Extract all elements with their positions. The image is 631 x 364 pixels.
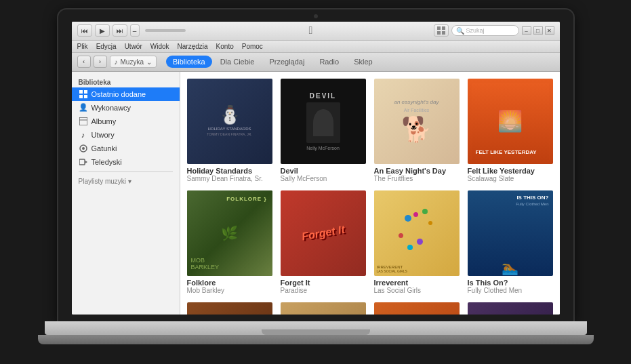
transport-prev[interactable]: ⏮ (77, 24, 92, 37)
album-item-devil[interactable]: DEVIL Nelly McFerson Devil (281, 79, 366, 182)
sidebar-item-artists[interactable]: 👤 Wykonawcy (72, 101, 180, 115)
search-placeholder: Szukaj (466, 27, 485, 34)
menu-utwor[interactable]: Utwór (125, 43, 142, 50)
main-content: Biblioteka Ostatnio dodane 👤 Wykonawcy (72, 72, 560, 315)
transport-play[interactable]: ▶ (95, 24, 110, 37)
svg-rect-3 (442, 31, 445, 35)
album-grid-container[interactable]: ⛄ HOLIDAY STANDARDSTOMMY DEAN FINATRA, J… (180, 72, 560, 315)
sidebar-item-albums[interactable]: Albumy (72, 115, 180, 128)
sidebar-item-tracks[interactable]: ♪ Utwory (72, 128, 180, 142)
album-cover-devil: DEVIL Nelly McFerson (281, 79, 366, 164)
laptop-foot (38, 335, 594, 344)
album-title-holiday: Holiday Standards (187, 167, 272, 175)
album-item-easy-night[interactable]: an easynight's day Air Facilities 🐕 An E… (374, 79, 460, 182)
tab-radio[interactable]: Radio (312, 56, 346, 68)
album-cover-isthison: IS THIS ON?Fully Clothed Men 🏊 (468, 190, 553, 276)
album-cover-forget: Forget It (281, 190, 366, 276)
window-controls: – □ ✕ (522, 26, 554, 35)
album-title-irreverent: Irreverent (374, 279, 460, 287)
album-item-holiday[interactable]: ⛄ HOLIDAY STANDARDSTOMMY DEAN FINATRA, J… (187, 79, 272, 182)
svg-rect-1 (442, 26, 445, 30)
tab-sklep[interactable]: Sklep (347, 56, 380, 68)
album-title-easy: An Easy Night's Day (374, 167, 460, 175)
tab-przegladaj[interactable]: Przeglądaj (262, 56, 311, 68)
tab-biblioteka[interactable]: Biblioteka (166, 56, 212, 68)
location-music-icon: ♪ (115, 58, 118, 66)
recently-added-icon (79, 89, 88, 99)
album-item-forget[interactable]: Forget It Forget It Paradise (281, 190, 366, 294)
search-icon: 🔍 (456, 27, 464, 35)
nav-back-btn[interactable]: ‹ (77, 56, 91, 68)
svg-point-11 (82, 147, 85, 150)
location-bar: ♪ Muzyka ⌄ (110, 56, 157, 68)
volume-btn[interactable]: – (130, 24, 140, 37)
tracks-label: Utwory (91, 131, 115, 139)
minimize-btn[interactable]: – (522, 26, 531, 35)
album-artist-forget: Paradise (281, 287, 366, 294)
search-box[interactable]: 🔍 Szukaj (451, 25, 519, 36)
album-title-forget: Forget It (281, 279, 366, 287)
apple-logo:  (191, 24, 431, 37)
grid-view-btn[interactable] (434, 24, 449, 37)
album-item-isthison[interactable]: IS THIS ON?Fully Clothed Men 🏊 Is This O… (468, 190, 553, 294)
videos-icon (79, 157, 88, 167)
album-item-folklore[interactable]: FOLKLORE } MOBBARKLEY 🌿 Folklore Mob Bar… (187, 190, 272, 294)
album-artist-folklore: Mob Barkley (187, 287, 272, 294)
album-item-felt[interactable]: FELT LIKE YESTERDAY 🌅 Felt Like Y (468, 79, 553, 182)
genres-icon (79, 144, 88, 153)
toolbar: ‹ › ♪ Muzyka ⌄ Biblioteka Dla Ciebie Prz… (72, 53, 560, 72)
sidebar-section-label: Biblioteka (72, 76, 180, 87)
videos-label: Teledyski (91, 158, 122, 166)
svg-rect-12 (79, 159, 85, 165)
close-btn[interactable]: ✕ (545, 26, 554, 35)
sidebar-item-videos[interactable]: Teledyski (72, 155, 180, 169)
album-artist-holiday: Sammy Dean Finatra, Sr. (187, 175, 272, 182)
menu-bar: Plik Edycja Utwór Widok Narzędzia Konto … (72, 41, 560, 53)
laptop-base (45, 321, 587, 335)
nav-forward-btn[interactable]: › (94, 56, 107, 68)
screen-bezel: ⏮ ▶ ⏭ –  🔍 (58, 9, 573, 321)
artists-icon: 👤 (79, 103, 88, 113)
albums-icon (79, 117, 88, 126)
album-cover-r3b: 🎵 (281, 302, 366, 315)
sidebar-divider (79, 171, 173, 172)
title-bar: ⏮ ▶ ⏭ –  🔍 (72, 22, 560, 41)
album-artist-irreverent: Las Social Girls (374, 287, 460, 294)
menu-plik[interactable]: Plik (77, 43, 88, 50)
svg-rect-5 (84, 90, 87, 94)
album-item-r3a[interactable]: 🎸 (187, 302, 272, 315)
menu-pomoc[interactable]: Pomoc (242, 43, 263, 50)
album-cover-holiday: ⛄ HOLIDAY STANDARDSTOMMY DEAN FINATRA, J… (187, 79, 272, 164)
sidebar-item-genres[interactable]: Gatunki (72, 142, 180, 155)
album-artist-felt: Scalawag Slate (468, 175, 553, 182)
recently-added-label: Ostatnio dodane (91, 90, 146, 98)
album-item-r3b[interactable]: 🎵 (281, 302, 366, 315)
album-grid: ⛄ HOLIDAY STANDARDSTOMMY DEAN FINATRA, J… (187, 79, 553, 315)
tab-dla-ciebie[interactable]: Dla Ciebie (213, 56, 262, 68)
location-dropdown-icon[interactable]: ⌄ (146, 58, 152, 66)
album-title-folklore: Folklore (187, 279, 272, 287)
album-cover-r3c: SUNSET BLUES 🌇 (374, 302, 460, 315)
albums-label: Albumy (91, 117, 117, 125)
svg-rect-0 (437, 26, 441, 30)
menu-edycja[interactable]: Edycja (96, 43, 117, 50)
artists-label: Wykonawcy (91, 104, 131, 112)
volume-slider[interactable] (145, 29, 186, 32)
transport-next[interactable]: ⏭ (113, 24, 127, 37)
svg-marker-13 (85, 161, 87, 163)
album-title-devil: Devil (281, 167, 366, 175)
album-artist-isthison: Fully Clothed Men (468, 287, 553, 294)
svg-rect-8 (79, 117, 87, 125)
album-cover-folklore: FOLKLORE } MOBBARKLEY 🌿 (187, 190, 272, 276)
maximize-btn[interactable]: □ (533, 26, 543, 35)
camera (314, 14, 318, 18)
menu-narzedzia[interactable]: Narzędzia (178, 43, 208, 50)
album-item-irreverent[interactable]: IRREVERENTLAS SOCIAL GIRLS Irreverent La… (374, 190, 460, 294)
menu-widok[interactable]: Widok (150, 43, 169, 50)
sidebar-item-recently-added[interactable]: Ostatnio dodane (72, 87, 180, 101)
album-item-r3c[interactable]: SUNSET BLUES 🌇 Sunset Blues (374, 302, 460, 315)
svg-rect-4 (79, 90, 83, 94)
album-item-r3d[interactable]: 🎤 (468, 302, 553, 315)
menu-konto[interactable]: Konto (216, 43, 234, 50)
playlist-label[interactable]: Playlisty muzyki ▾ (72, 175, 180, 186)
